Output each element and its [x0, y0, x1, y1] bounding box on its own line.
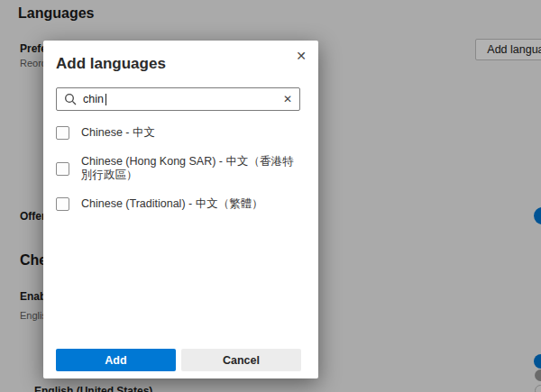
- search-icon: [64, 93, 77, 105]
- language-label: Chinese (Hong Kong SAR) - 中文（香港特別行政區）: [81, 155, 303, 182]
- text-caret: [105, 94, 106, 105]
- language-label: Chinese - 中文: [81, 126, 155, 140]
- checkbox-icon[interactable]: [56, 126, 69, 140]
- search-box[interactable]: ✕: [56, 87, 300, 111]
- close-icon[interactable]: ✕: [291, 46, 311, 66]
- language-label: Chinese (Traditional) - 中文（繁體）: [81, 197, 263, 211]
- screen: Languages Preferred languages Reorder la…: [0, 0, 541, 392]
- language-option-row[interactable]: Chinese - 中文: [56, 126, 306, 140]
- checkbox-icon[interactable]: [56, 162, 69, 176]
- cancel-button[interactable]: Cancel: [181, 349, 301, 371]
- add-button[interactable]: Add: [56, 349, 176, 371]
- checkbox-icon[interactable]: [56, 197, 69, 211]
- clear-search-icon[interactable]: ✕: [281, 91, 294, 107]
- language-list: Chinese - 中文 Chinese (Hong Kong SAR) - 中…: [56, 126, 306, 226]
- add-languages-dialog: ✕ Add languages ✕ Chinese - 中文 Chinese (…: [43, 41, 318, 378]
- language-option-row[interactable]: Chinese (Traditional) - 中文（繁體）: [56, 197, 306, 211]
- dialog-title: Add languages: [56, 55, 166, 73]
- search-input[interactable]: [77, 93, 281, 105]
- language-option-row[interactable]: Chinese (Hong Kong SAR) - 中文（香港特別行政區）: [56, 155, 306, 182]
